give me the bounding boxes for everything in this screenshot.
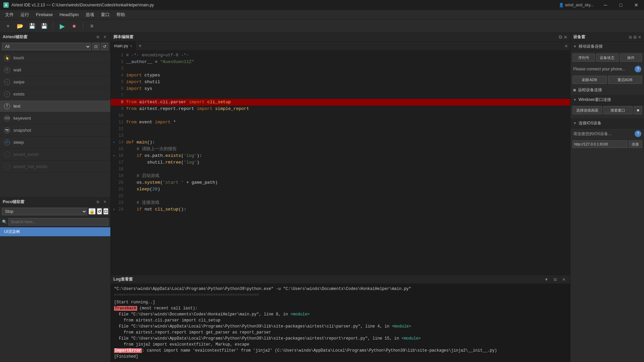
add-tab-button[interactable]: + [136, 43, 144, 49]
airtest-item-assert-exists[interactable]: ○ assert_exists [0, 148, 110, 161]
log-filter-btn[interactable]: ▼ [543, 276, 550, 283]
run-button[interactable]: ▶ [57, 21, 67, 31]
code-line-12: 12 [111, 126, 570, 132]
line-content-24: if not cli_setup(): [126, 206, 569, 213]
log-float-btn[interactable]: ⧉ [551, 276, 559, 283]
editor-panel-title: 脚本编辑窗 [113, 34, 133, 40]
tab-close-btn[interactable]: × [130, 44, 132, 48]
poco-tree-item-ui[interactable]: UI渲染树 [0, 227, 110, 237]
airtest-item-assert-not-exists[interactable]: ○ assert_not_exists [0, 161, 110, 173]
poco-export-btn[interactable]: ⊡ [103, 208, 108, 215]
editor-close-btn[interactable]: ✕ [564, 35, 568, 40]
airtest-filter-btn2[interactable]: ↺ [101, 43, 108, 50]
menu-firebase[interactable]: Firebase [33, 11, 56, 18]
airtest-close-button[interactable]: ✕ [102, 35, 108, 40]
ios-connect-field: 连接 [571, 139, 644, 149]
airtest-item-exists[interactable]: ○ exists [0, 88, 110, 100]
ios-help-button[interactable]: ? [635, 130, 641, 137]
tab-main-py[interactable]: main.py × [111, 42, 136, 50]
new-file-button[interactable]: + [3, 21, 13, 31]
airtest-filter-select[interactable]: All [2, 43, 91, 50]
airtest-item-swipe[interactable]: ↕ swipe [0, 76, 110, 88]
mobile-section-header[interactable]: ▼ 移动设备连接 [571, 42, 644, 52]
maximize-button[interactable]: □ [613, 0, 629, 10]
airtest-item-wait[interactable]: ⏱ wait [0, 64, 110, 76]
touch-icon: 👆 [4, 55, 10, 61]
menu-headspin[interactable]: HeadSpin [56, 11, 82, 18]
log-start: [Start running..] [114, 299, 567, 305]
exists-icon: ○ [4, 91, 10, 97]
menu-options[interactable]: 选项 [82, 10, 98, 19]
poco-filter: Stop 🔒 ↺ ⊡ [0, 206, 110, 217]
editor-options-btn[interactable]: ≡ [562, 43, 570, 49]
ios-url-input[interactable] [573, 140, 627, 148]
airtest-item-snapshot[interactable]: 📷 snapshot [0, 124, 110, 136]
ios-connect-button[interactable]: 连接 [629, 140, 642, 148]
save-button[interactable]: 💾 [28, 21, 37, 31]
code-line-22: 22 [111, 193, 570, 199]
log-from3: from jinja2 import evalcontextfilter, Ma… [114, 342, 567, 348]
operation-button[interactable]: 操作 [620, 54, 642, 62]
poco-search-input[interactable] [8, 218, 108, 226]
select-game-button[interactable]: 选择游戏画面 [573, 106, 602, 114]
airtest-float-button[interactable]: ⧉ [95, 35, 101, 40]
windows-section-title: Windows窗口连接 [579, 97, 611, 103]
text-label: text [13, 104, 20, 109]
windows-section-header[interactable]: ▼ Windows窗口连接 [571, 95, 644, 105]
device-status-button[interactable]: 设备状态 [596, 54, 618, 62]
stop-button[interactable]: ■ [69, 21, 79, 31]
line-content-8: from airtest.cli.parser import cli_setup [126, 99, 569, 106]
code-line-4: 4 import ctypes [111, 72, 570, 79]
assert-exists-icon: ○ [4, 152, 10, 158]
restart-adb-button[interactable]: 重启ADB [608, 76, 642, 84]
right-panel-float-btn[interactable]: ⧉ [629, 35, 632, 40]
device-buttons: 序列号 设备状态 操作 [571, 52, 644, 64]
line-num-9: 9 [116, 106, 126, 112]
airtest-filter-btn1[interactable]: ⊡ [92, 43, 100, 50]
snapshot-label: snapshot [13, 128, 31, 133]
settings-button[interactable]: ≡ [87, 21, 97, 31]
serial-number-button[interactable]: 序列号 [573, 54, 595, 62]
log-close-btn[interactable]: ✕ [560, 276, 568, 283]
ios-section-header[interactable]: ▼ 连接iOS设备 [571, 118, 644, 128]
minimize-button[interactable]: ─ [598, 0, 613, 10]
line-num-8: 8 [116, 99, 126, 106]
poco-float-button[interactable]: ⧉ [95, 199, 101, 204]
log-traceback: Traceback (most recent call last): [114, 305, 567, 311]
save-all-button[interactable]: 💾 [40, 21, 49, 31]
user-icon: 👤 [559, 3, 564, 7]
toolbar: + 📂 💾 💾 ▶ ■ ≡ [0, 19, 644, 33]
close-button[interactable]: ✕ [629, 0, 644, 10]
swipe-label: swipe [13, 79, 24, 84]
menu-window[interactable]: 窗口 [98, 10, 113, 19]
poco-filter-select[interactable]: Stop [2, 208, 87, 215]
airtest-item-touch[interactable]: 👆 touch [0, 52, 110, 64]
refresh-adb-button[interactable]: 刷新ADB [573, 76, 607, 84]
poco-close-button[interactable]: ✕ [102, 199, 108, 204]
mobile-help-button[interactable]: ? [635, 66, 641, 72]
menu-help[interactable]: 帮助 [113, 10, 128, 19]
search-window-button[interactable]: 搜索窗口 [603, 106, 633, 114]
main-layout: Airtest辅助窗 ⧉ ✕ All ⊡ ↺ 👆 touch ⏱ [0, 33, 644, 362]
right-panel-expand-btn[interactable]: ⊞ [633, 35, 637, 40]
airtest-item-text[interactable]: T text [0, 100, 110, 112]
sleep-label: sleep [13, 140, 24, 145]
code-line-14: • 14 def main(): [111, 139, 570, 146]
mobile-section-title: 移动设备连接 [579, 44, 603, 49]
editor-float-btn[interactable]: ⧉ [559, 34, 562, 40]
airtest-item-keyevent[interactable]: ⌨ keyevent [0, 112, 110, 124]
log-content[interactable]: "C:\Users\winds\AppData\Local\Programs\P… [111, 284, 570, 362]
code-editor[interactable]: 1 # -*- encoding=utf-8 -*- 2 __author__ … [111, 51, 570, 275]
open-file-button[interactable]: 📂 [15, 21, 25, 31]
poco-lock-btn[interactable]: 🔒 [89, 208, 96, 215]
menu-run[interactable]: 运行 [17, 10, 33, 19]
right-panel-close-btn[interactable]: ✕ [638, 35, 641, 40]
airtest-item-sleep[interactable]: 💤 sleep [0, 136, 110, 148]
menu-file[interactable]: 文件 [2, 10, 17, 19]
airtest-panel-header: Airtest辅助窗 ⧉ ✕ [0, 33, 110, 42]
poco-panel-header: Poco辅助窗 ⧉ ✕ [0, 198, 110, 206]
line-num-21: 21 [116, 186, 126, 193]
windows-square-btn[interactable]: ■ [634, 106, 642, 114]
windows-section: ▼ Windows窗口连接 选择游戏画面 搜索窗口 ■ [571, 95, 644, 117]
poco-refresh-btn[interactable]: ↺ [97, 208, 102, 215]
